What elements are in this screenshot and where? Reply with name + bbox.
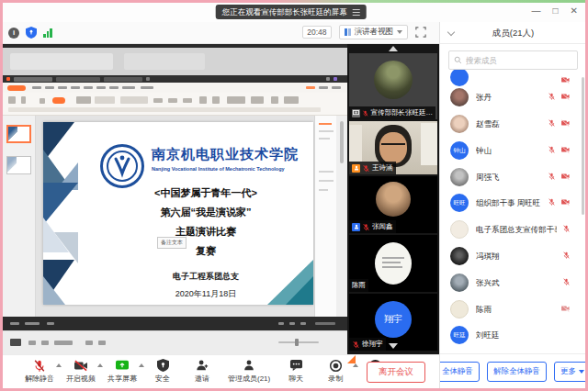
wps-ribbon[interactable] <box>3 93 347 116</box>
video-tile[interactable]: 陈雨 <box>349 235 437 292</box>
member-row[interactable]: 张丹 <box>440 84 580 110</box>
info-icon[interactable]: i <box>8 28 19 39</box>
menu-icon[interactable] <box>353 9 360 16</box>
wps-account-icon[interactable] <box>334 77 337 81</box>
video-tile[interactable]: 翔宇 徐翔宇 <box>349 294 437 351</box>
mic-muted-icon <box>362 164 370 173</box>
wps-statusbar <box>3 317 347 330</box>
caret-up-icon[interactable] <box>97 363 103 367</box>
screen-share-notification[interactable]: 您正在观看宣传部部长张旺廷的屏幕 <box>216 5 367 19</box>
slide-org: 电子工程系团总支 <box>128 271 284 283</box>
statusbar-right: 20:48 演讲者视图 <box>302 25 426 39</box>
slide-thumbnail-2[interactable] <box>6 156 31 174</box>
shield-icon <box>157 358 169 373</box>
start-video-button[interactable]: 开启视频 <box>66 358 96 384</box>
mic-muted-icon <box>562 277 571 286</box>
member-row[interactable]: 周强飞 <box>440 164 580 190</box>
member-row[interactable]: 张兴武 <box>440 270 580 296</box>
participant-name: 王诗涵 <box>372 163 393 173</box>
statusbar: i 20:48 演讲者视图 <box>3 22 439 44</box>
wps-file-button[interactable] <box>7 85 26 91</box>
wps-window-icon[interactable] <box>326 77 330 81</box>
wps-format-panel[interactable] <box>314 116 336 317</box>
share-screen-button[interactable]: 共享屏幕 <box>107 358 137 384</box>
wps-scrollbar[interactable] <box>336 116 347 317</box>
unmute-all-button[interactable]: 解除全体静音 <box>487 362 547 382</box>
avatar <box>450 88 469 106</box>
manage-members-button[interactable]: 管理成员(21) <box>228 358 270 384</box>
caret-up-icon[interactable] <box>139 363 144 367</box>
members-scrollbar[interactable] <box>582 77 584 215</box>
fullscreen-icon[interactable] <box>415 27 426 38</box>
wps-document-tab[interactable] <box>56 77 100 82</box>
background-window-ghost <box>10 53 113 70</box>
slide-canvas[interactable]: 南京机电职业技术学院 Nanjing Vocational Institute … <box>43 122 313 305</box>
search-input[interactable] <box>466 56 567 65</box>
avatar <box>450 168 469 186</box>
avatar <box>450 247 469 265</box>
wps-document-tab[interactable] <box>14 77 52 82</box>
shared-screen[interactable]: 南京机电职业技术学院 Nanjing Vocational Institute … <box>3 44 347 354</box>
chat-button[interactable]: 聊天 <box>282 358 310 384</box>
member-search[interactable] <box>448 50 578 70</box>
video-tile[interactable]: 宣传部部长张旺廷… <box>349 53 437 119</box>
member-row[interactable]: 旺旺 组织部干事 周旺旺 <box>440 190 580 216</box>
member-row[interactable]: 旺廷 刘旺廷 <box>440 322 580 348</box>
mute-all-button[interactable]: 全体静音 <box>439 362 480 382</box>
avatar <box>450 220 469 239</box>
slide-date: 2020年11月18日 <box>128 288 284 300</box>
slide-decoration <box>54 232 78 263</box>
caret-up-icon[interactable] <box>56 363 62 367</box>
avatar <box>450 300 469 318</box>
avatar-text: 翔宇 <box>384 313 402 326</box>
person-icon <box>243 358 255 373</box>
record-button[interactable]: 录制 <box>322 358 349 384</box>
view-mode-button[interactable]: 演讲者视图 <box>339 25 409 39</box>
member-row[interactable]: 钟山 钟山 <box>440 138 580 163</box>
mic-muted-icon <box>362 223 370 231</box>
caret-up-icon[interactable] <box>353 363 358 367</box>
members-more-button[interactable]: 更多 <box>554 362 585 382</box>
titlebar: 您正在观看宣传部部长张旺廷的屏幕 — □ ✕ <box>3 3 585 22</box>
avatar: 旺旺 <box>450 194 469 212</box>
leave-meeting-button[interactable]: 离开会议 <box>367 362 425 383</box>
members-footer: 全体静音 解除全体静音 更多 <box>440 353 585 388</box>
unmute-button[interactable]: 解除静音 <box>25 358 54 384</box>
scroll-up-icon[interactable] <box>389 46 398 51</box>
wps-new-tab-icon[interactable] <box>146 77 150 81</box>
member-row[interactable]: 冯琪翔 <box>440 243 580 269</box>
member-row[interactable]: 电子系团总支宣传部干事黄京 <box>440 217 580 242</box>
security-shield-icon[interactable] <box>26 27 37 39</box>
record-icon <box>329 358 343 373</box>
slide-thumbnail-1[interactable] <box>6 125 31 143</box>
wps-document-tab[interactable] <box>104 77 142 82</box>
meeting-window: 您正在观看宣传部部长张旺廷的屏幕 — □ ✕ i 20:48 演讲者视图 <box>0 0 588 391</box>
avatar <box>374 61 413 99</box>
avatar: 钟山 <box>450 141 469 160</box>
mic-muted-icon <box>33 358 46 373</box>
video-tile[interactable]: 张闻鑫 <box>349 176 437 233</box>
avatar <box>450 274 469 292</box>
avatar: 旺廷 <box>450 326 469 344</box>
security-button[interactable]: 安全 <box>149 358 176 384</box>
camera-muted-icon <box>74 358 88 373</box>
close-button[interactable]: ✕ <box>571 6 578 16</box>
wps-workspace: 南京机电职业技术学院 Nanjing Vocational Institute … <box>3 116 347 317</box>
mic-muted-icon <box>562 251 571 260</box>
member-row[interactable]: 陈雨 <box>440 296 580 322</box>
camera-muted-icon <box>560 304 571 313</box>
mic-muted-icon <box>362 109 369 117</box>
mic-muted-icon <box>548 197 556 207</box>
slide-thumbnail-panel[interactable] <box>3 116 36 317</box>
scroll-down-icon[interactable] <box>389 343 398 349</box>
video-tile[interactable]: 王诗涵 <box>349 121 437 174</box>
layout-icon <box>345 28 351 36</box>
camera-muted-icon <box>560 172 571 181</box>
network-signal-icon[interactable] <box>43 28 52 38</box>
member-row[interactable]: 赵雪磊 <box>440 111 580 137</box>
minimize-button[interactable]: — <box>532 6 541 16</box>
invite-button[interactable]: 邀请 <box>188 358 216 384</box>
maximize-button[interactable]: □ <box>553 6 559 16</box>
member-badge-icon <box>352 164 360 173</box>
window-controls: — □ ✕ <box>532 6 578 16</box>
